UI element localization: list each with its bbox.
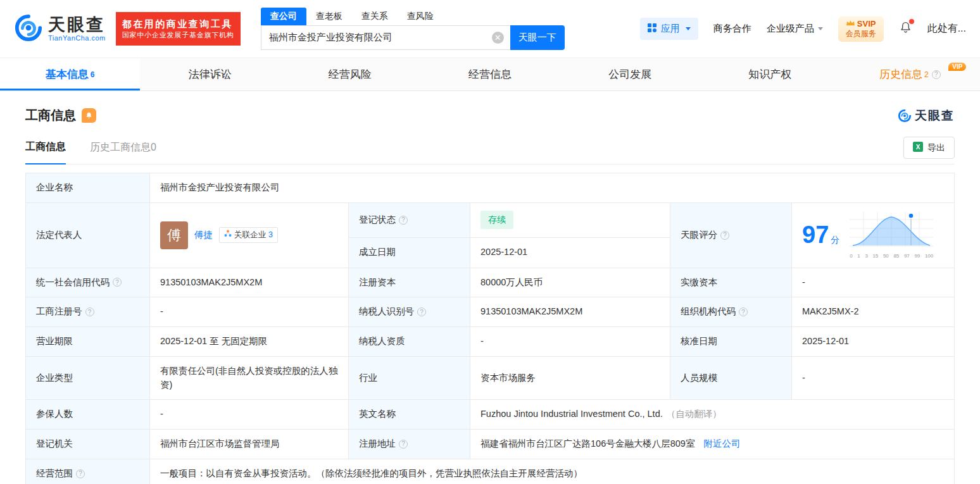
logo-text-en: TianYanCha.com <box>48 34 106 42</box>
company-name-value: 福州市金投产业投资有限公司 <box>150 173 955 203</box>
table-row: 经营范围 ? 一般项目：以自有资金从事投资活动。（除依法须经批准的项目外，凭营业… <box>26 459 955 484</box>
monitor-bell-icon[interactable] <box>82 108 96 123</box>
business-term-label: 营业期限 <box>26 327 150 357</box>
score-label: 天眼评分 ? <box>670 202 792 268</box>
org-code-label: 组织机构代码 ? <box>670 297 792 327</box>
taxpayer-qual-label: 纳税人资质 <box>349 327 470 357</box>
tab-company-development[interactable]: 公司发展 <box>560 58 700 90</box>
taxpayer-id-value: 91350103MAK2J5MX2M <box>470 297 670 327</box>
promo-banner-line1: 都在用的商业查询工具 <box>122 17 234 31</box>
apps-label: 应用 <box>661 23 680 35</box>
subtab-row: 工商信息 历史工商信息0 X 导出 <box>25 137 955 164</box>
staff-size-value: - <box>792 356 955 400</box>
approval-date-label: 核准日期 <box>670 327 792 357</box>
tianyancha-watermark-icon <box>898 109 912 123</box>
company-nav-tabs: 基本信息 6 法律诉讼 经营风险 经营信息 公司发展 知识产权 VIP 历史信息… <box>0 58 980 91</box>
legal-rep-cell: 傅 傅捷 <box>150 202 349 268</box>
insured-value: - <box>150 400 349 430</box>
related-companies-count: 3 <box>268 229 273 241</box>
table-row: 统一社会信用代码 ? 91350103MAK2J5MX2M 注册资本 80000… <box>26 268 955 297</box>
enterprise-products-label: 企业级产品 <box>767 23 814 35</box>
svip-label: SVIP <box>857 19 876 28</box>
search-area: 查公司 查老板 查关系 查风险 ✕ 天眼一下 <box>261 8 565 50</box>
search-tab-company[interactable]: 查公司 <box>261 8 306 25</box>
business-scope-label: 经营范围 ? <box>26 459 150 484</box>
tab-history-info-count: 2 <box>924 70 929 79</box>
tab-history-info[interactable]: VIP 历史信息 2 ? <box>840 58 980 90</box>
info-icon[interactable]: ? <box>399 216 408 225</box>
info-icon[interactable]: ? <box>720 231 729 240</box>
help-icon[interactable]: ? <box>932 70 941 79</box>
subtab-business-info[interactable]: 工商信息 <box>25 140 66 164</box>
company-name-label: 企业名称 <box>26 173 150 203</box>
tab-history-info-label: 历史信息 <box>879 67 922 82</box>
export-button[interactable]: X 导出 <box>903 137 955 159</box>
tab-operation-info[interactable]: 经营信息 <box>420 58 560 90</box>
svip-sublabel: 会员服务 <box>846 28 876 39</box>
user-menu[interactable]: 此处有... <box>927 22 966 35</box>
main-content: 工商信息 天眼查 工商信息 历史工商信息0 X <box>0 107 980 484</box>
info-icon[interactable]: ? <box>399 440 408 449</box>
table-row: 营业期限 2025-12-01 至 无固定期限 纳税人资质 - 核准日期 202… <box>26 327 955 357</box>
clear-search-icon[interactable]: ✕ <box>492 32 504 44</box>
logo-text-cn: 天眼查 <box>48 16 106 35</box>
header-right: 应用 商务合作 企业级产品 SVIP 会员服务 <box>640 16 966 42</box>
table-row: 参保人数 - 英文名称 Fuzhou Jintou Industrial Inv… <box>26 400 955 430</box>
search-button[interactable]: 天眼一下 <box>510 25 565 50</box>
establish-date-label: 成立日期 <box>349 237 470 268</box>
legal-rep-name-link[interactable]: 傅捷 <box>194 228 213 242</box>
staff-size-label: 人员规模 <box>670 356 792 400</box>
promo-banner: 都在用的商业查询工具 国家中小企业发展子基金旗下机构 <box>116 12 241 46</box>
legal-rep-avatar[interactable]: 傅 <box>160 221 188 249</box>
search-tab-relation[interactable]: 查关系 <box>352 8 398 25</box>
info-icon[interactable]: ? <box>76 469 85 478</box>
english-name-label: 英文名称 <box>349 400 470 430</box>
address-value: 福建省福州市台江区广达路106号金融大楼八层809室附近公司 <box>470 430 955 459</box>
related-companies-tag[interactable]: 关联企业 3 <box>219 227 278 243</box>
tab-legal-proceedings[interactable]: 法律诉讼 <box>140 58 280 90</box>
chevron-down-icon <box>686 27 691 30</box>
tianyancha-logo[interactable]: 天眼查 TianYanCha.com <box>14 13 106 45</box>
info-icon[interactable]: ? <box>417 307 426 316</box>
search-tab-risk[interactable]: 查风险 <box>398 8 443 25</box>
info-icon[interactable]: ? <box>113 278 122 287</box>
credit-code-label: 统一社会信用代码 ? <box>26 268 150 297</box>
tab-intellectual-property[interactable]: 知识产权 <box>700 58 840 90</box>
header: 天眼查 TianYanCha.com 都在用的商业查询工具 国家中小企业发展子基… <box>0 0 980 58</box>
nearby-companies-link[interactable]: 附近公司 <box>703 438 740 449</box>
org-code-value: MAK2J5MX-2 <box>792 297 955 327</box>
business-info-table: 企业名称 福州市金投产业投资有限公司 法定代表人 傅 傅捷 <box>25 173 955 484</box>
business-cooperation-link[interactable]: 商务合作 <box>713 23 751 35</box>
score-distribution-chart: 01 315 5085 9799 100 <box>850 211 933 260</box>
section-title: 工商信息 <box>25 107 76 124</box>
info-icon[interactable]: ? <box>739 307 748 316</box>
search-tab-boss[interactable]: 查老板 <box>306 8 352 25</box>
promo-banner-line2: 国家中小企业发展子基金旗下机构 <box>122 30 234 40</box>
search-input[interactable] <box>261 25 510 50</box>
business-scope-value: 一般项目：以自有资金从事投资活动。（除依法须经批准的项目外，凭营业执照依法自主开… <box>150 459 955 484</box>
score-value: 97 <box>802 221 829 248</box>
score-unit: 分 <box>831 235 839 245</box>
tab-operation-risk[interactable]: 经营风险 <box>280 58 420 90</box>
legal-rep-label: 法定代表人 <box>26 202 150 268</box>
insured-label: 参保人数 <box>26 400 150 430</box>
excel-icon: X <box>913 142 923 154</box>
company-type-label: 企业类型 <box>26 356 150 400</box>
tab-basic-info[interactable]: 基本信息 6 <box>0 58 140 90</box>
notification-dot <box>909 19 914 24</box>
business-term-value: 2025-12-01 至 无固定期限 <box>150 327 349 357</box>
svip-membership-button[interactable]: SVIP 会员服务 <box>838 16 884 42</box>
notification-bell-icon[interactable] <box>899 21 912 37</box>
apps-button[interactable]: 应用 <box>640 18 698 40</box>
reg-capital-label: 注册资本 <box>349 268 470 297</box>
status-badge: 存续 <box>481 211 513 229</box>
address-label: 注册地址 ? <box>349 430 470 459</box>
svg-text:X: X <box>916 144 920 151</box>
subtab-history-business-info[interactable]: 历史工商信息0 <box>90 141 156 164</box>
tab-basic-info-label: 基本信息 <box>46 67 89 82</box>
enterprise-products-link[interactable]: 企业级产品 <box>767 23 823 35</box>
tab-legal-proceedings-label: 法律诉讼 <box>189 67 232 82</box>
reg-authority-label: 登记机关 <box>26 430 150 459</box>
info-icon[interactable]: ? <box>85 307 94 316</box>
english-name-value: Fuzhou Jintou Industrial Investment Co.,… <box>470 400 955 430</box>
